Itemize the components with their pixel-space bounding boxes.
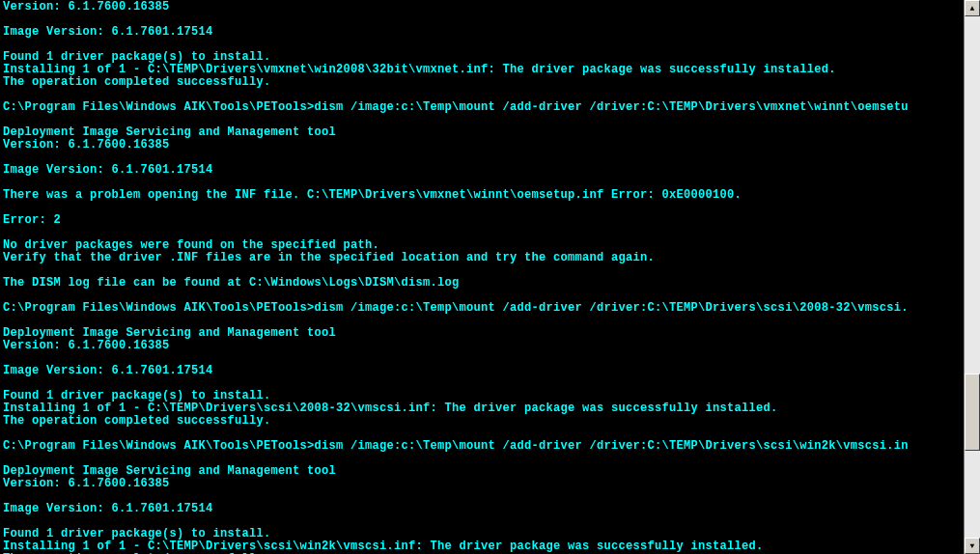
terminal-line [3, 202, 961, 214]
terminal-line: Error: 2 [3, 214, 961, 227]
terminal-line: Version: 6.1.7600.16385 [3, 478, 961, 490]
terminal-line: C:\Program Files\Windows AIK\Tools\PEToo… [3, 101, 961, 114]
terminal-line: Image Version: 6.1.7601.17514 [3, 503, 961, 515]
terminal-line: C:\Program Files\Windows AIK\Tools\PEToo… [3, 440, 961, 453]
scroll-up-arrow-icon[interactable]: ▲ [965, 0, 980, 16]
terminal-line: Image Version: 6.1.7601.17514 [3, 26, 961, 39]
terminal-window: Version: 6.1.7600.16385Image Version: 6.… [0, 0, 980, 554]
terminal-line: Version: 6.1.7600.16385 [3, 340, 961, 352]
terminal-line: Image Version: 6.1.7601.17514 [3, 365, 961, 377]
terminal-line: There was a problem opening the INF file… [3, 189, 961, 202]
terminal-line: Version: 6.1.7600.16385 [3, 139, 961, 152]
terminal-line: Verify that the driver .INF files are in… [3, 252, 961, 264]
terminal-line: Version: 6.1.7600.16385 [3, 1, 961, 14]
scroll-down-arrow-icon[interactable]: ▼ [965, 538, 980, 554]
terminal-output[interactable]: Version: 6.1.7600.16385Image Version: 6.… [0, 0, 964, 554]
terminal-line: Image Version: 6.1.7601.17514 [3, 164, 961, 177]
terminal-line: The operation completed successfully. [3, 415, 961, 428]
scroll-track[interactable] [965, 16, 980, 538]
terminal-line: The DISM log file can be found at C:\Win… [3, 277, 961, 290]
vertical-scrollbar[interactable]: ▲ ▼ [964, 0, 980, 554]
terminal-line: The operation completed successfully. [3, 76, 961, 89]
terminal-line: C:\Program Files\Windows AIK\Tools\PEToo… [3, 302, 961, 315]
scroll-thumb[interactable] [965, 374, 980, 451]
